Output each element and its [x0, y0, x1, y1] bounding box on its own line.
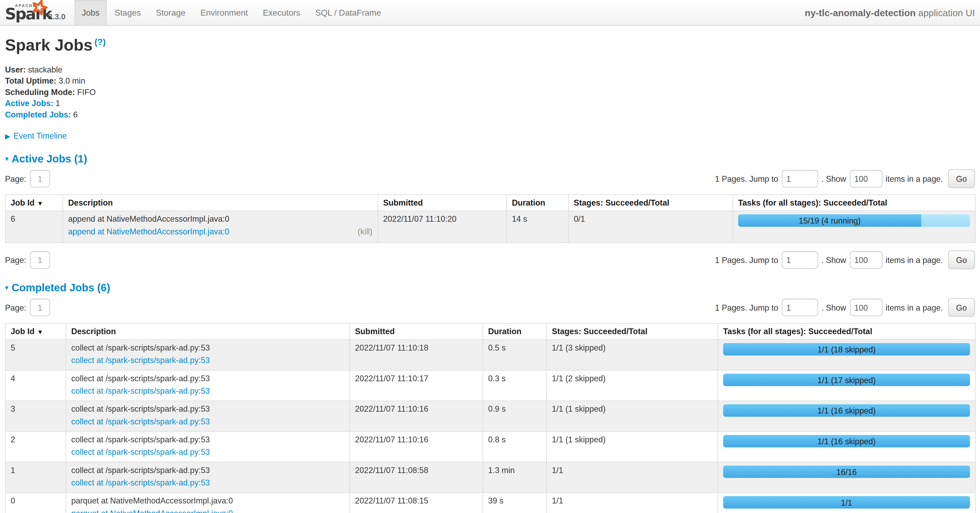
job-detail-link[interactable]: collect at /spark-scripts/spark-ad.py:53	[71, 386, 210, 395]
tasks-progress-label: 1/1 (16 skipped)	[818, 406, 876, 415]
top-navbar: APACHE Spark 3.3.0 JobsStagesStorageEnvi…	[0, 0, 980, 25]
column-header-tasks-for-all-stages[interactable]: Tasks (for all stages): Succeeded/Total	[718, 323, 975, 340]
go-button[interactable]: Go	[948, 169, 975, 188]
duration-cell: 14 s	[506, 211, 568, 243]
job-detail-link[interactable]: parquet at NativeMethodAccessorImpl.java…	[71, 508, 233, 513]
job-detail-link[interactable]: collect at /spark-scripts/spark-ad.py:53	[71, 447, 210, 457]
tasks-progress-bar: 16/16	[723, 465, 970, 478]
tab-stages[interactable]: Stages	[107, 0, 148, 25]
submitted-cell: 2022/11/07 11:10:16	[350, 401, 483, 432]
job-row: 6append at NativeMethodAccessorImpl.java…	[5, 211, 975, 243]
page-number-input[interactable]	[30, 251, 50, 268]
show-items-input[interactable]	[850, 170, 882, 187]
summary-value: 6	[71, 110, 78, 119]
active-jobs-heading[interactable]: ▾Active Jobs (1)	[5, 153, 975, 166]
active-jobs-table: Job Id▼DescriptionSubmittedDurationStage…	[5, 194, 976, 243]
column-header-duration[interactable]: Duration	[483, 323, 547, 340]
tasks-progress-fill: 1/1 (18 skipped)	[723, 343, 970, 356]
tasks-progress-label: 1/1 (16 skipped)	[818, 437, 876, 446]
tab-jobs[interactable]: Jobs	[74, 0, 107, 25]
event-timeline-label: Event Timeline	[13, 131, 67, 140]
job-detail-link[interactable]: append at NativeMethodAccessorImpl.java:…	[68, 227, 229, 236]
submitted-cell: 2022/11/07 11:08:15	[350, 492, 483, 513]
tasks-progress-bar: 1/1 (17 skipped)	[723, 373, 970, 386]
column-header-stages[interactable]: Stages: Succeeded/Total	[568, 195, 733, 211]
main-content: Spark Jobs(?) User: stackableTotal Uptim…	[0, 36, 980, 513]
show-text: . Show	[821, 255, 846, 265]
column-header-submitted[interactable]: Submitted	[350, 323, 483, 340]
go-button[interactable]: Go	[948, 298, 975, 317]
page-control: Page:	[5, 251, 50, 268]
column-header-job-id[interactable]: Job Id▼	[5, 323, 66, 340]
jump-to-input[interactable]	[782, 251, 818, 268]
job-description-detail-row: collect at /spark-scripts/spark-ad.py:53	[71, 478, 344, 488]
page-control: Page:	[5, 170, 50, 187]
job-description-detail-row: collect at /spark-scripts/spark-ad.py:53	[71, 417, 344, 426]
stages-cell: 1/1 (2 skipped)	[547, 370, 718, 401]
job-row: 1collect at /spark-scripts/spark-ad.py:5…	[5, 462, 975, 492]
job-summary-list: User: stackableTotal Uptime: 3.0 minSche…	[5, 64, 975, 120]
summary-value: 1	[53, 98, 60, 108]
completed-jobs-heading[interactable]: ▾Completed Jobs (6)	[5, 282, 975, 294]
job-description-detail-row: parquet at NativeMethodAccessorImpl.java…	[71, 508, 344, 513]
job-description-text: collect at /spark-scripts/spark-ad.py:53	[71, 373, 344, 383]
column-header-tasks-for-all-stages[interactable]: Tasks (for all stages): Succeeded/Total	[733, 195, 975, 211]
jump-to-input[interactable]	[782, 299, 818, 316]
page-label: Page:	[5, 303, 26, 312]
page-number-input[interactable]	[30, 170, 50, 187]
job-id-cell: 6	[5, 211, 63, 243]
column-header-submitted[interactable]: Submitted	[378, 195, 506, 211]
tasks-progress-label: 16/16	[836, 467, 857, 476]
pagination-active-top: Page:1 Pages. Jump to. Showitems in a pa…	[5, 169, 975, 188]
tasks-progress-fill: 1/1 (16 skipped)	[723, 435, 970, 447]
tab-sql-dataframe[interactable]: SQL / DataFrame	[308, 0, 388, 25]
page-number-input[interactable]	[30, 299, 50, 316]
column-header-description[interactable]: Description	[63, 195, 378, 211]
job-detail-link[interactable]: collect at /spark-scripts/spark-ad.py:53	[71, 417, 210, 426]
job-id-cell: 5	[5, 340, 66, 370]
help-link[interactable]: (?)	[94, 37, 106, 47]
column-header-duration[interactable]: Duration	[506, 195, 568, 211]
column-header-stages[interactable]: Stages: Succeeded/Total	[547, 323, 718, 340]
spark-logo[interactable]: APACHE Spark 3.3.0	[0, 0, 68, 25]
submitted-cell: 2022/11/07 11:10:20	[378, 211, 506, 243]
job-description-detail-row: collect at /spark-scripts/spark-ad.py:53	[71, 356, 344, 365]
summary-value: FIFO	[75, 87, 95, 96]
job-description-detail-row: append at NativeMethodAccessorImpl.java:…	[68, 227, 372, 236]
go-button[interactable]: Go	[948, 251, 975, 269]
job-id-cell: 1	[5, 462, 66, 492]
show-text: . Show	[821, 174, 846, 183]
kill-job-link[interactable]: (kill)	[358, 227, 372, 236]
summary-item: Scheduling Mode: FIFO	[5, 86, 975, 98]
nav-tabs: JobsStagesStorageEnvironmentExecutorsSQL…	[74, 0, 389, 25]
summary-label-link[interactable]: Active Jobs:	[5, 98, 54, 108]
job-detail-link[interactable]: collect at /spark-scripts/spark-ad.py:53	[71, 478, 210, 488]
job-description-cell: collect at /spark-scripts/spark-ad.py:53…	[66, 340, 350, 370]
job-description-text: collect at /spark-scripts/spark-ad.py:53	[71, 435, 344, 444]
pagination-completed-top: Page:1 Pages. Jump to. Showitems in a pa…	[5, 298, 975, 317]
event-timeline-toggle[interactable]: ▶Event Timeline	[5, 131, 975, 140]
tab-environment[interactable]: Environment	[193, 0, 255, 25]
job-row: 2collect at /spark-scripts/spark-ad.py:5…	[5, 432, 975, 462]
job-row: 0parquet at NativeMethodAccessorImpl.jav…	[5, 492, 975, 513]
tab-storage[interactable]: Storage	[148, 0, 193, 25]
show-items-input[interactable]	[850, 251, 882, 268]
column-header-description[interactable]: Description	[66, 323, 350, 340]
summary-label: User:	[5, 65, 26, 74]
job-row: 4collect at /spark-scripts/spark-ad.py:5…	[5, 370, 975, 401]
pagination-active-bottom: Page:1 Pages. Jump to. Showitems in a pa…	[5, 251, 975, 269]
tasks-progress-cell: 1/1 (16 skipped)	[718, 401, 975, 432]
jump-to-input[interactable]	[782, 170, 818, 187]
stages-cell: 1/1 (1 skipped)	[547, 432, 718, 462]
summary-value: 3.0 min	[56, 76, 85, 85]
job-detail-link[interactable]: collect at /spark-scripts/spark-ad.py:53	[71, 356, 210, 365]
tab-executors[interactable]: Executors	[255, 0, 308, 25]
duration-cell: 0.3 s	[483, 370, 547, 401]
show-items-input[interactable]	[850, 299, 882, 316]
column-header-job-id[interactable]: Job Id▼	[5, 195, 63, 211]
submitted-cell: 2022/11/07 11:10:16	[350, 432, 483, 462]
summary-item: Completed Jobs: 6	[5, 109, 975, 120]
stages-cell: 1/1 (3 skipped)	[547, 340, 718, 370]
summary-label-link[interactable]: Completed Jobs:	[5, 110, 71, 119]
tasks-progress-cell: 15/19 (4 running)	[733, 211, 975, 243]
